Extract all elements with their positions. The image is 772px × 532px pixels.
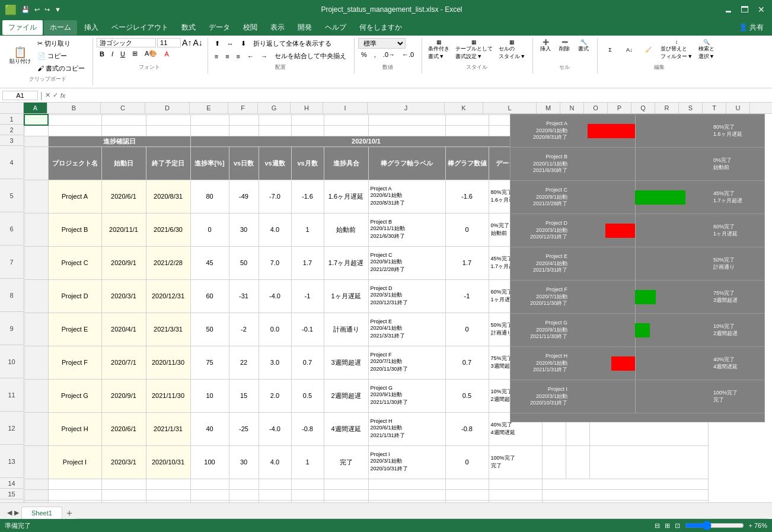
cell-vsdays-1[interactable]: 30: [229, 213, 259, 246]
format-cells-button[interactable]: 🔧 書式: [575, 38, 592, 54]
cell-axis-7[interactable]: Project H 2020/6/1始動 2021/1/31終了: [368, 412, 445, 445]
cell-vsdays-7[interactable]: -25: [229, 412, 259, 445]
col-header-g[interactable]: G: [258, 103, 291, 113]
cell-status-4[interactable]: 計画通り: [324, 313, 368, 346]
conditional-format-button[interactable]: ▦ 条件付き書式▼: [426, 38, 452, 62]
cell-end-4[interactable]: 2021/3/31: [146, 313, 190, 346]
zoom-slider[interactable]: [685, 521, 744, 530]
cell-a1[interactable]: [24, 114, 48, 125]
cell-vsweeks-7[interactable]: -4.0: [259, 412, 291, 445]
cell-b[interactable]: [229, 489, 259, 500]
col-header-q[interactable]: Q: [631, 103, 655, 113]
col-header-n[interactable]: N: [560, 103, 584, 113]
col-header-a[interactable]: A: [24, 103, 47, 113]
cell-vsmonths-0[interactable]: -1.6: [291, 180, 324, 213]
row-header-9[interactable]: 9: [0, 312, 23, 345]
cell-b2[interactable]: [48, 125, 101, 136]
col-header-i[interactable]: I: [323, 103, 368, 113]
cell-b[interactable]: [190, 479, 229, 489]
row-header-1[interactable]: 1: [0, 114, 23, 125]
cell-end-5[interactable]: 2020/11/30: [146, 346, 190, 379]
confirm-formula-icon[interactable]: ✓: [53, 91, 58, 99]
sum-button[interactable]: Σ: [601, 46, 619, 54]
cell-axis-2[interactable]: Project C 2020/9/1始動 2021/2/28終了: [368, 246, 445, 279]
increase-decimal-button[interactable]: .0→: [380, 50, 398, 59]
cell-a-row11[interactable]: [24, 379, 48, 412]
cell-status-7[interactable]: 4週間遅延: [324, 412, 368, 445]
sheet-tab-sheet1[interactable]: Sheet1: [21, 506, 62, 519]
cell-b[interactable]: [229, 479, 259, 489]
cell-b[interactable]: [48, 489, 101, 500]
row-header-3[interactable]: 3: [0, 135, 23, 146]
cell-axis-5[interactable]: Project F 2020/7/1始動 2020/11/30終了: [368, 346, 445, 379]
align-right-button[interactable]: ≡: [234, 52, 243, 61]
fill-color-button[interactable]: A🎨: [142, 49, 160, 59]
cell-rest[interactable]: [542, 489, 708, 500]
cell-reference-box[interactable]: [2, 91, 38, 100]
row-header-12[interactable]: 12: [0, 412, 23, 445]
cell-a-row15[interactable]: [24, 489, 48, 500]
italic-button[interactable]: I: [109, 49, 116, 59]
redo-icon[interactable]: ↪: [44, 6, 50, 14]
cell-a-row7[interactable]: [24, 246, 48, 279]
menu-formulas[interactable]: 数式: [176, 20, 202, 35]
add-sheet-button[interactable]: ＋: [62, 507, 76, 519]
row-header-13[interactable]: 13: [0, 445, 23, 478]
cell-project-name-2[interactable]: Project C: [48, 246, 101, 279]
col-header-project-name[interactable]: プロジェクト名: [48, 146, 101, 180]
cell-start-3[interactable]: 2020/3/1: [101, 279, 146, 313]
cell-axis-8[interactable]: Project I 2020/3/1始動 2020/10/31終了: [368, 445, 445, 479]
cell-vsmonths-3[interactable]: -1: [291, 279, 324, 313]
view-normal-icon[interactable]: ⊟: [655, 522, 660, 530]
cell-d1[interactable]: [146, 114, 190, 125]
cell-a-row12[interactable]: [24, 412, 48, 445]
cell-axis-1[interactable]: Project B 2020/11/1始動 2021/6/30終了: [368, 213, 445, 246]
cell-end-6[interactable]: 2021/11/30: [146, 379, 190, 412]
cell-vsweeks-5[interactable]: 3.0: [259, 346, 291, 379]
cell-start-5[interactable]: 2020/7/1: [101, 346, 146, 379]
cell-j1[interactable]: [368, 114, 445, 125]
col-header-b[interactable]: B: [47, 103, 101, 113]
cell-h2[interactable]: [291, 125, 324, 136]
align-center-button[interactable]: ≡: [222, 52, 232, 61]
format-as-table-button[interactable]: ▦ テーブルとして書式設定▼: [453, 38, 495, 62]
cell-end-3[interactable]: 2020/12/31: [146, 279, 190, 313]
cell-barval-8[interactable]: 0: [445, 445, 489, 479]
cell-g1[interactable]: [259, 114, 291, 125]
align-left-button[interactable]: ≡: [212, 52, 221, 61]
cell-project-name-1[interactable]: Project B: [48, 213, 101, 246]
format-painter-button[interactable]: 🖌 書式のコピー: [34, 63, 88, 74]
cell-start-6[interactable]: 2020/9/1: [101, 379, 146, 412]
cell-project-name-3[interactable]: Project D: [48, 279, 101, 313]
cell-axis-6[interactable]: Project G 2020/9/1始動 2021/11/30終了: [368, 379, 445, 412]
col-header-r[interactable]: R: [655, 103, 679, 113]
col-header-s[interactable]: S: [679, 103, 703, 113]
col-header-j[interactable]: J: [368, 103, 445, 113]
cell-progress-6[interactable]: 10: [190, 379, 229, 412]
cell-project-name-8[interactable]: Project I: [48, 445, 101, 479]
col-header-vs-months[interactable]: vs月数: [291, 146, 324, 180]
merge-center-button[interactable]: セルを結合して中央揃え: [272, 50, 349, 62]
cell-vsweeks-3[interactable]: -4.0: [259, 279, 291, 313]
cell-b[interactable]: [291, 479, 324, 489]
cell-f1[interactable]: [229, 114, 259, 125]
cell-status-6[interactable]: 2週間超遅: [324, 379, 368, 412]
decrease-decimal-button[interactable]: ←.0: [399, 50, 417, 59]
cell-b[interactable]: [324, 489, 368, 500]
copy-button[interactable]: 📄 コピー: [34, 50, 88, 62]
cell-status-0[interactable]: 1.6ヶ月遅延: [324, 180, 368, 213]
row-header-5[interactable]: 5: [0, 179, 23, 212]
cell-rest[interactable]: [542, 479, 708, 489]
col-header-d[interactable]: D: [145, 103, 190, 113]
cell-barval-0[interactable]: -1.6: [445, 180, 489, 213]
cell-b1[interactable]: [48, 114, 101, 125]
cell-styles-button[interactable]: ▦ セルのスタイル▼: [496, 38, 528, 62]
menu-review[interactable]: 校閲: [237, 20, 263, 35]
cell-vsmonths-7[interactable]: -0.8: [291, 412, 324, 445]
row-header-11[interactable]: 11: [0, 378, 23, 412]
cell-progress-1[interactable]: 0: [190, 213, 229, 246]
row-header-10[interactable]: 10: [0, 345, 23, 378]
col-header-progress[interactable]: 進捗率[%]: [190, 146, 229, 180]
find-select-button[interactable]: 🔍 検索と選択▼: [696, 38, 717, 62]
cell-barval-4[interactable]: 0: [445, 313, 489, 346]
